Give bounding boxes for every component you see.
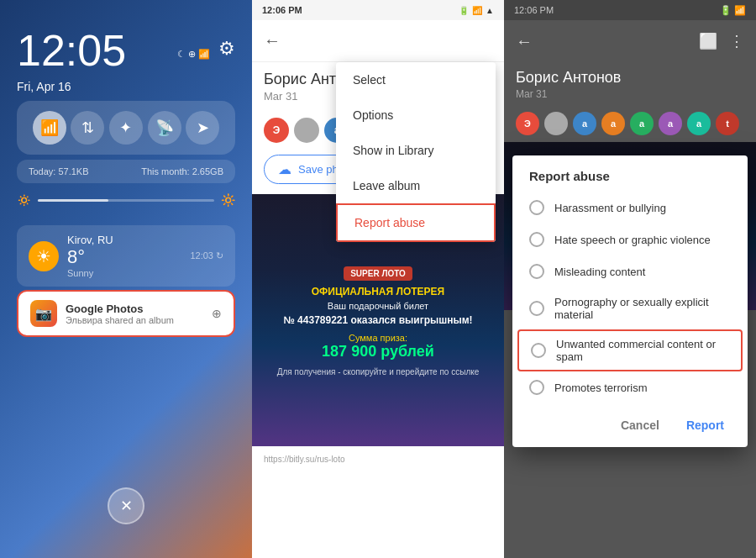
app-header: ← ⬜ ⋮ [504, 20, 756, 62]
back-button[interactable]: ← [264, 31, 281, 50]
signal-icon: 📶 [472, 6, 482, 15]
status-icons: 🔋 📶 [720, 5, 746, 16]
radio-pornography[interactable] [529, 301, 544, 316]
navigation-icon: ▲ [486, 6, 494, 15]
avatar-7: a [687, 112, 711, 135]
avatar-6: a [659, 112, 682, 135]
storage-month: This month: 2.65GB [141, 166, 223, 176]
avatar-5: a [630, 112, 654, 135]
report-option-harassment[interactable]: Harassment or bullying [512, 192, 748, 224]
radio-hate-speech[interactable] [529, 232, 544, 247]
weather-widget: ☀ Kirov, RU 8° Sunny 12:03 ↻ [17, 225, 235, 287]
google-photos-icon: 📷 [30, 300, 57, 327]
radio-spam[interactable] [531, 343, 546, 358]
menu-item-select[interactable]: Select [336, 62, 496, 97]
menu-item-show-library[interactable]: Show in Library [336, 133, 496, 168]
brightness-slider[interactable]: 🔅 🔆 [17, 193, 235, 207]
more-options-icon[interactable]: ⋮ [729, 32, 744, 50]
gear-icon[interactable]: ⚙ [218, 38, 235, 60]
avatar-2 [544, 112, 568, 135]
ad-prize: 187 900 рублей [277, 343, 480, 361]
album-name: Борис Антонов [516, 69, 744, 87]
report-option-label-4: Pornography or sexually explicit materia… [554, 296, 731, 321]
report-option-label-3: Misleading content [554, 266, 645, 278]
radio-terrorism[interactable] [529, 380, 544, 395]
storage-today: Today: 57.1KB [29, 166, 89, 176]
report-abuse-panel: 12:06 PM 🔋 📶 ← ⬜ ⋮ Борис Антонов Mar 31 … [504, 0, 756, 558]
avatar-8: t [716, 112, 739, 135]
weather-city: Kirov, RU [67, 234, 113, 246]
status-icons: 🔋 📶 ▲ [459, 6, 494, 15]
lock-screen-panel: 12:05 ⚙ Fri, Apr 16 ☾ ⊕ 📶 📶 ⇅ ✦ 📡 ➤ Toda… [0, 0, 252, 558]
notification-expand-icon[interactable]: ⊕ [212, 307, 222, 320]
close-icon: ✕ [120, 497, 133, 515]
ad-number: № 443789221 оказался выигрышным! [277, 314, 480, 326]
header-actions: ⬜ ⋮ [699, 32, 744, 50]
ad-cta: Для получения - скопируйте и перейдите п… [277, 367, 480, 376]
google-photos-panel: 12:06 PM 🔋 📶 ▲ ← Борис Антон Mar 31 Э a … [252, 0, 504, 558]
radio-harassment[interactable] [529, 200, 544, 215]
report-option-label-1: Harassment or bullying [554, 202, 666, 214]
monitor-icon[interactable]: ⬜ [699, 32, 717, 50]
brightness-high-icon: 🔆 [221, 193, 235, 207]
notif-message: Эльвира shared an album [66, 315, 174, 325]
report-option-label-6: Promotes terrorism [554, 382, 648, 394]
menu-item-leave-album[interactable]: Leave album [336, 168, 496, 203]
status-bar: 12:06 PM 🔋 📶 ▲ [252, 0, 504, 20]
status-bar: 12:06 PM 🔋 📶 [504, 0, 756, 20]
avatar-1: Э [264, 118, 289, 143]
report-option-label-2: Hate speech or graphic violence [554, 234, 711, 246]
hotspot-toggle[interactable]: 📡 [148, 111, 181, 145]
dialog-footer: Cancel Report [512, 403, 748, 447]
google-photos-notification[interactable]: 📷 Google Photos Эльвира shared an album … [17, 290, 235, 337]
weather-desc: Sunny [67, 268, 113, 278]
album-info: Борис Антонов Mar 31 [504, 62, 756, 107]
report-option-terrorism[interactable]: Promotes terrorism [512, 371, 748, 403]
cancel-button[interactable]: Cancel [614, 413, 666, 437]
status-icons: ☾ ⊕ 📶 [177, 49, 210, 60]
report-option-misleading[interactable]: Misleading content [512, 255, 748, 287]
lock-time: 12:05 [17, 25, 126, 76]
status-time: 12:06 PM [262, 5, 302, 15]
notif-app-name: Google Photos [66, 303, 174, 315]
weather-time: 12:03 ↻ [190, 250, 223, 261]
report-button[interactable]: Report [680, 413, 731, 437]
cloud-icon: ☁ [278, 161, 291, 177]
ad-title: ОФИЦИАЛЬНАЯ ЛОТЕРЕЯ [277, 286, 480, 297]
wifi-toggle[interactable]: 📶 [33, 111, 66, 145]
report-option-pornography[interactable]: Pornography or sexually explicit materia… [512, 287, 748, 329]
battery-icon: 🔋 [459, 6, 469, 15]
avatar-1: Э [516, 112, 539, 135]
album-date: Mar 31 [516, 88, 744, 100]
radio-misleading[interactable] [529, 264, 544, 279]
brightness-low-icon: 🔅 [17, 193, 31, 207]
weather-info: Kirov, RU 8° Sunny [67, 234, 113, 278]
notification-content: Google Photos Эльвира shared an album [66, 303, 174, 325]
report-option-hate-speech[interactable]: Hate speech or graphic violence [512, 224, 748, 255]
app-header: ← [252, 20, 504, 62]
quick-settings: 📶 ⇅ ✦ 📡 ➤ [17, 101, 235, 155]
send-toggle[interactable]: ➤ [186, 111, 219, 145]
menu-item-report-abuse[interactable]: Report abuse [336, 203, 496, 242]
ad-prize-label: Сумма приза: [277, 333, 480, 343]
participant-avatars: Э a a a a a t [504, 107, 756, 142]
report-option-label-5: Unwanted commercial content or spam [556, 338, 729, 363]
context-menu: Select Options Show in Library Leave alb… [336, 62, 496, 242]
weather-temp: 8° [67, 246, 113, 268]
back-button[interactable]: ← [516, 32, 533, 51]
avatar-4: a [601, 112, 625, 135]
dialog-title: Report abuse [512, 155, 748, 192]
data-toggle[interactable]: ⇅ [71, 111, 104, 145]
menu-item-options[interactable]: Options [336, 97, 496, 133]
report-abuse-dialog: Report abuse Harassment or bullying Hate… [512, 155, 748, 447]
unlock-button[interactable]: ✕ [108, 487, 144, 524]
ad-url: https://bitly.su/rus-loto [252, 451, 504, 467]
avatar-2 [294, 118, 319, 143]
bluetooth-toggle[interactable]: ✦ [109, 111, 143, 145]
report-option-spam[interactable]: Unwanted commercial content or spam [517, 329, 743, 371]
storage-info: Today: 57.1KB This month: 2.65GB [17, 160, 235, 183]
brightness-bar[interactable] [38, 199, 214, 202]
status-time: 12:06 PM [514, 5, 554, 15]
lock-date: Fri, Apr 16 [17, 80, 71, 93]
ad-text1: Ваш подарочный билет [277, 301, 480, 311]
